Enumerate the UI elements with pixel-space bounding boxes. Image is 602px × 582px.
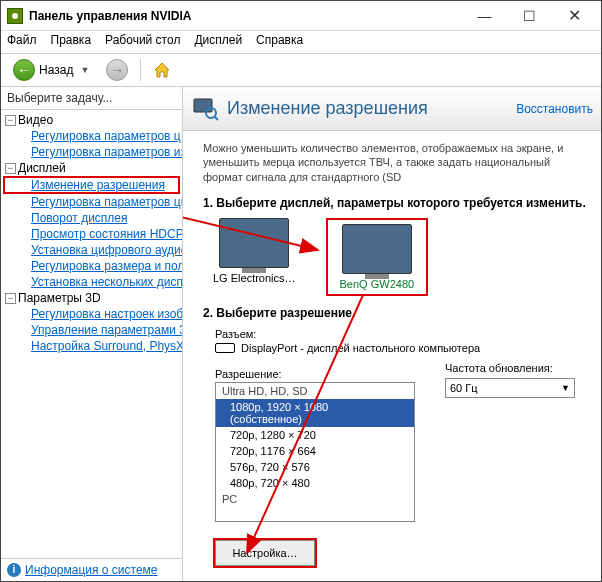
res-option[interactable]: 576p, 720 × 576 [216,459,414,475]
tree-item[interactable]: Регулировка параметров ц [3,128,180,144]
svg-rect-1 [194,99,212,112]
tree-item[interactable]: Управление параметрами 3D [3,322,180,338]
back-button[interactable]: ← Назад ▼ [7,57,98,83]
resolution-label: Разрешение: [215,368,415,380]
tree-item[interactable]: Установка нескольких дисп [3,274,180,290]
home-icon [153,61,171,79]
tree-item[interactable]: Установка цифрового аудио [3,242,180,258]
back-label: Назад [39,63,73,77]
menu-help[interactable]: Справка [256,33,303,51]
titlebar: Панель управления NVIDIA — ☐ ✕ [1,1,601,31]
sidebar-heading: Выберите задачу... [1,87,182,109]
monitor-magnify-icon [191,95,219,123]
tree-item[interactable]: Регулировка параметров из [3,144,180,160]
res-option[interactable]: 480p, 720 × 480 [216,475,414,491]
sidebar: Выберите задачу... −Видео Регулировка па… [1,87,183,581]
monitor-icon [219,218,289,268]
main-panel: Изменение разрешения Восстановить Можно … [183,87,601,581]
toolbar: ← Назад ▼ → [1,53,601,87]
task-tree: −Видео Регулировка параметров ц Регулиро… [1,109,182,558]
svg-line-3 [214,116,218,120]
customize-button[interactable]: Настройка… [215,540,315,566]
forward-button[interactable]: → [100,57,134,83]
nvidia-icon [7,8,23,24]
back-icon: ← [13,59,35,81]
tree-item[interactable]: Регулировка настроек изоб [3,306,180,322]
tree-item[interactable]: Регулировка параметров цв [3,194,180,210]
res-group: Ultra HD, HD, SD [216,383,414,399]
tree-item[interactable]: Просмотр состояния HDCP [3,226,180,242]
res-option[interactable]: 720p, 1176 × 664 [216,443,414,459]
res-option-selected[interactable]: 1080p, 1920 × 1080 (собственное) [216,399,414,427]
expander-icon[interactable]: − [5,115,16,126]
tree-cat-video[interactable]: −Видео [3,112,180,128]
chevron-down-icon[interactable]: ▼ [77,65,92,75]
description: Можно уменьшить количество элементов, от… [203,141,587,184]
connector-value: DisplayPort - дисплей настольного компью… [241,342,480,354]
close-button[interactable]: ✕ [552,2,597,30]
step1-label: 1. Выберите дисплей, параметры которого … [203,196,587,210]
monitor-picker: LG Electronics… BenQ GW2480 [213,218,587,296]
tree-item[interactable]: Регулировка размера и поло [3,258,180,274]
displayport-icon [215,343,235,353]
maximize-button[interactable]: ☐ [507,2,552,30]
restore-link[interactable]: Восстановить [516,102,593,116]
res-group: PC [216,491,414,507]
connector-row: DisplayPort - дисплей настольного компью… [215,342,587,354]
page-title: Изменение разрешения [227,98,516,119]
divider [140,59,141,81]
menu-edit[interactable]: Правка [51,33,92,51]
menu-file[interactable]: Файл [7,33,37,51]
expander-icon[interactable]: − [5,163,16,174]
chevron-down-icon: ▼ [561,383,570,393]
forward-icon: → [106,59,128,81]
tree-item[interactable]: Поворот дисплея [3,210,180,226]
monitor-icon [342,224,412,274]
expander-icon[interactable]: − [5,293,16,304]
resolution-list[interactable]: Ultra HD, HD, SD 1080p, 1920 × 1080 (соб… [215,382,415,522]
refresh-label: Частота обновления: [445,362,575,374]
page-header: Изменение разрешения Восстановить [183,87,601,131]
home-button[interactable] [147,59,177,81]
svg-point-0 [12,13,18,19]
connector-label: Разъем: [215,328,587,340]
window-title: Панель управления NVIDIA [29,9,462,23]
refresh-select[interactable]: 60 Гц ▼ [445,378,575,398]
res-option[interactable]: 720p, 1280 × 720 [216,427,414,443]
tree-item-change-resolution[interactable]: Изменение разрешения [3,176,180,194]
monitor-caption: LG Electronics… [213,272,296,284]
menu-display[interactable]: Дисплей [194,33,242,51]
system-info-link[interactable]: i Информация о системе [1,558,182,581]
info-icon: i [7,563,21,577]
step2-label: 2. Выберите разрешение. [203,306,587,320]
monitor-caption: BenQ GW2480 [340,278,415,290]
tree-cat-3d[interactable]: −Параметры 3D [3,290,180,306]
minimize-button[interactable]: — [462,2,507,30]
menu-desktop[interactable]: Рабочий стол [105,33,180,51]
tree-item[interactable]: Настройка Surround, PhysX [3,338,180,354]
monitor-option-selected[interactable]: BenQ GW2480 [326,218,429,296]
main-body: Можно уменьшить количество элементов, от… [183,131,601,576]
refresh-value: 60 Гц [450,382,478,394]
menubar: Файл Правка Рабочий стол Дисплей Справка [1,31,601,53]
monitor-option[interactable]: LG Electronics… [213,218,296,296]
tree-cat-display[interactable]: −Дисплей [3,160,180,176]
